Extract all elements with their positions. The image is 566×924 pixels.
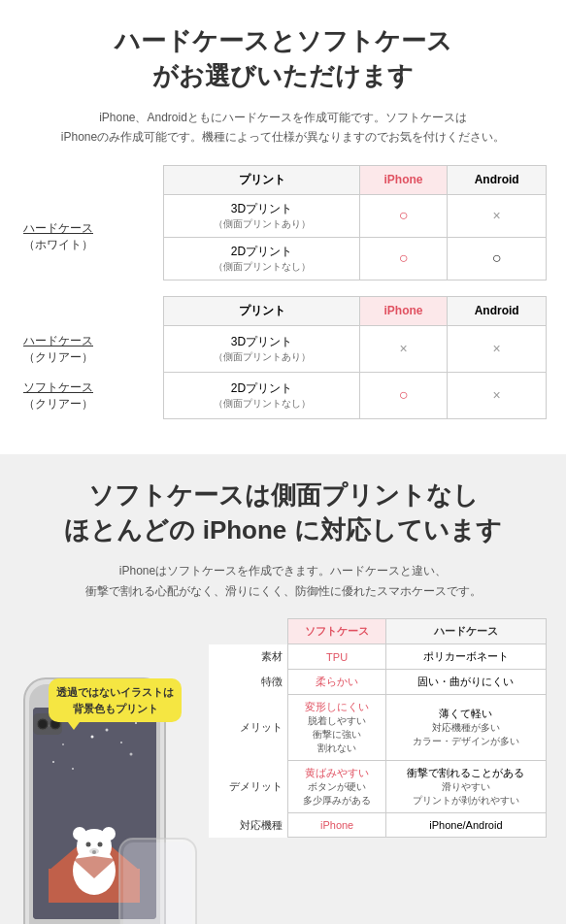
table1-row2-iphone: ○ xyxy=(359,237,448,280)
table1-row2-print: 2Dプリント（側面プリントなし） xyxy=(164,237,359,280)
row-label-material: 素材 xyxy=(209,644,288,670)
table2-row1-print: 3Dプリント（側面プリントあり） xyxy=(164,325,359,372)
row-hard-devices: iPhone/Android xyxy=(385,813,546,838)
table-row: 素材 TPU ポリカーボネート xyxy=(209,644,547,670)
phone-side: 透過ではないイラストは背景色もプリント xyxy=(19,618,199,924)
row-soft-feature: 柔らかい xyxy=(288,670,385,695)
table2-header-android: Android xyxy=(448,296,547,325)
row-hard-feature: 固い・曲がりにくい xyxy=(385,670,546,695)
row-label-demerit: デメリット xyxy=(209,761,288,813)
table1: プリント iPhone Android ハードケース（ホワイト） 3Dプリント（… xyxy=(19,165,547,280)
table1-header-iphone: iPhone xyxy=(359,165,448,194)
speech-bubble: 透過ではないイラストは背景色もプリント xyxy=(49,678,182,722)
table2-header-print: プリント xyxy=(164,296,359,325)
row-hard-demerit: 衝撃で割れることがある滑りやすいプリントが剥がれやすい xyxy=(385,761,546,813)
bottom-comparison-table: ソフトケース ハードケース 素材 TPU ポリカーボネート 特徴 柔らかい 固い… xyxy=(209,618,547,838)
row-label-feature: 特徴 xyxy=(209,670,288,695)
svg-point-6 xyxy=(106,729,109,732)
bottom-table-corner xyxy=(209,619,288,644)
row-soft-merit: 変形しにくい脱着しやすい衝撃に強い割れない xyxy=(288,695,385,761)
svg-point-9 xyxy=(91,736,94,739)
table1-header-print: プリント xyxy=(164,165,359,194)
phone-img-container: 透過ではないイラストは背景色もプリント xyxy=(19,676,184,924)
table2-row2-iphone: ○ xyxy=(359,372,448,418)
table2-row2-print: 2Dプリント（側面プリントなし） xyxy=(164,372,359,418)
table2-row1-iphone: × xyxy=(359,325,448,372)
svg-point-19 xyxy=(102,827,116,841)
row-soft-material: TPU xyxy=(288,644,385,670)
row-hard-merit: 薄くて軽い対応機種が多いカラー・デザインが多い xyxy=(385,695,546,761)
row-soft-demerit: 黄ばみやすいボタンが硬い多少厚みがある xyxy=(288,761,385,813)
row-label-devices: 対応機種 xyxy=(209,813,288,838)
section-bottom-subtitle: iPhoneはソフトケースを作成できます。ハードケースと違い、衝撃で割れる心配が… xyxy=(19,561,547,601)
table1-wrapper: プリント iPhone Android ハードケース（ホワイト） 3Dプリント（… xyxy=(19,165,547,280)
svg-point-10 xyxy=(120,742,122,743)
svg-point-13 xyxy=(72,768,74,770)
svg-point-27 xyxy=(39,720,47,728)
table2: プリント iPhone Android ハードケース（クリアー） ソフトケース（… xyxy=(19,296,547,419)
row-hard-material: ポリカーボネート xyxy=(385,644,546,670)
table1-row1-iphone: ○ xyxy=(359,194,448,237)
table2-row1-android: × xyxy=(448,325,547,372)
row-soft-devices: iPhone xyxy=(288,813,385,838)
bottom-content: 透過ではないイラストは背景色もプリント xyxy=(19,618,547,924)
section-bottom: ソフトケースは側面プリントなしほとんどの iPhone に対応しています iPh… xyxy=(0,454,566,924)
table2-row2-android: × xyxy=(448,372,547,418)
table-row: メリット 変形しにくい脱着しやすい衝撃に強い割れない 薄くて軽い対応機種が多いカ… xyxy=(209,695,547,761)
section-bottom-title: ソフトケースは側面プリントなしほとんどの iPhone に対応しています xyxy=(19,478,547,548)
table1-row1-print: 3Dプリント（側面プリントあり） xyxy=(164,194,359,237)
svg-point-21 xyxy=(98,842,103,847)
svg-point-23 xyxy=(92,850,96,854)
table-row: デメリット 黄ばみやすいボタンが硬い多少厚みがある 衝撃で割れることがある滑りや… xyxy=(209,761,547,813)
svg-point-11 xyxy=(52,761,54,763)
table2-corner xyxy=(19,296,164,325)
section-top: ハードケースとソフトケースがお選びいただけます iPhone、Androidとも… xyxy=(0,0,566,454)
svg-point-12 xyxy=(130,753,133,756)
svg-point-8 xyxy=(62,743,64,745)
svg-point-20 xyxy=(86,842,91,847)
table1-header-android: Android xyxy=(448,165,547,194)
bottom-table-wrap: ソフトケース ハードケース 素材 TPU ポリカーボネート 特徴 柔らかい 固い… xyxy=(209,618,547,838)
table1-row2-android: ○ xyxy=(448,237,547,280)
clear-case-illustration xyxy=(117,837,199,924)
table2-wrapper: プリント iPhone Android ハードケース（クリアー） ソフトケース（… xyxy=(19,296,547,419)
table-row: 特徴 柔らかい 固い・曲がりにくい xyxy=(209,670,547,695)
svg-point-7 xyxy=(135,722,137,724)
svg-rect-33 xyxy=(123,842,192,924)
subtitle-text: iPhone、Androidともにハードケースを作成可能です。ソフトケースはiP… xyxy=(19,108,547,148)
table2-header-iphone: iPhone xyxy=(359,296,448,325)
main-title: ハードケースとソフトケースがお選びいただけます xyxy=(19,23,547,94)
table1-section-label: ハードケース（ホワイト） xyxy=(19,194,164,280)
table-row: 対応機種 iPhone iPhone/Android xyxy=(209,813,547,838)
bottom-table-soft-header: ソフトケース xyxy=(288,619,385,644)
bottom-table-hard-header: ハードケース xyxy=(385,619,546,644)
table1-corner xyxy=(19,165,164,194)
svg-point-18 xyxy=(73,827,86,841)
row-label-merit: メリット xyxy=(209,695,288,761)
table2-section-label: ハードケース（クリアー） ソフトケース（クリアー） xyxy=(19,325,164,418)
table1-row1-android: × xyxy=(448,194,547,237)
